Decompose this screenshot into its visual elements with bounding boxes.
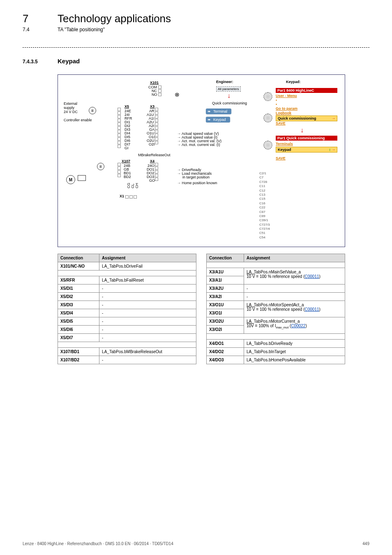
code-item: C12 [259,189,270,193]
gear-icon [263,141,272,150]
terminal-icon [118,134,121,137]
code-list: C2/1 C7 C728 C11 C12 C13 C15 C16 C22 C87… [259,171,270,240]
keypad-pill-text: Keypad [213,118,226,122]
code-item: C54 [259,236,270,240]
x4-label: X4 [150,159,154,163]
cell-connection: X5/DI4 [58,309,99,317]
terminal-icon [155,137,158,141]
kp-save: SAVE [276,121,286,125]
section-title: TA "Table positioning" [58,27,105,32]
sig-home-pos: → Home position known [177,181,217,185]
terminal-icon [118,108,121,111]
equals-node-icon: = [89,107,96,114]
x101-label: X101 [150,81,159,85]
cell-connection: X107/BD1 [58,348,99,356]
cell-connection: X3/O1U [207,301,244,309]
terminal-icon [129,195,133,199]
terminal-icon [134,195,137,199]
mbrake-release-out: MBrakeReleaseOut [138,153,171,157]
code-item: C51 [259,231,270,235]
terminal-icon [155,130,158,133]
engineer-label: Engineer: [216,80,233,84]
kp-keypad-highlight: Keypad→↕ [276,147,337,153]
cell-assignment: - [244,284,345,293]
table-row: X5/DI5- [58,317,196,326]
subsection-heading-line: 7.4.3.5 Keypad [23,58,369,65]
cell-connection: X5/DI2 [58,293,99,301]
sig-in-target: in target position [182,175,210,179]
terminal-icon [118,174,121,177]
cell-assignment: - [99,334,196,342]
dashed-separator [23,47,369,48]
x3-label: X3 [150,104,154,109]
cell-assignment: LA_TabPos.nMotorCurrent_a10V = 100% of I… [244,317,345,334]
cell-connection: X4/DO1 [207,340,244,348]
section-num: 7.4 [23,27,58,32]
table-row: X107/BD1LA_TabPos.bMBrakeReleaseOut [58,348,196,356]
terminal-icon [118,170,121,173]
subsection-title: Keypad [58,58,80,65]
code-item: C16 [259,201,270,206]
cell-connection: X5/DI5 [58,317,99,326]
terminal-icon [118,141,121,144]
terminal-icon [118,130,121,133]
equals-node-icon: = [97,163,104,170]
all-parameters-box: All parameters [216,86,241,92]
terminal-pill: ➠Terminal [206,109,231,114]
table-row: X5/DI1- [58,284,196,293]
assignment-tables: Connection Assignment X101/NC-NOLA_TabPo… [58,254,345,364]
cell-assignment: LA_TabPos.bDriveFail [99,262,196,271]
keypad-pill: ➠Keypad [206,117,230,123]
terminal-icon [118,123,121,126]
motor-icon: M [66,175,75,184]
external-supply-label: External supply 24 V DC [64,102,78,114]
cell-connection: X5/DI7 [58,334,99,342]
sig-text: Act. mot. current val. (I) [182,143,220,147]
sig-mot-current-i: → Act. mot. current val. (I) [177,143,220,147]
terminal-icon [155,119,158,122]
cell-connection: X5/DI6 [58,326,99,334]
kp-goto-param: Go to param [276,106,297,111]
cell-connection: X3/A1U [207,268,244,276]
terminal-icon [118,145,121,148]
terminal-icon [118,126,121,130]
page-footer: Lenze · 8400 HighLine · Referenzhandbuch… [23,541,369,546]
kp-user-menu: User - Menu [276,94,297,98]
cell-connection: X5/DI1 [58,284,99,293]
terminal-icon [158,93,161,96]
code-item: C87 [259,210,270,214]
cell-connection: X4/DO3 [207,356,244,364]
left-connection-table: Connection Assignment X101/NC-NOLA_TabPo… [58,254,196,364]
wiring-diagram: Engineer: Keypad: All parameters ↓ Quick… [58,74,345,247]
terminal-icon [155,141,158,144]
table-row: X5/DI4- [58,309,196,317]
cell-connection: X3/O2U [207,317,244,326]
table-row [58,342,196,348]
terminal-icon [118,166,121,170]
kp-logbook: Logbook [276,111,291,115]
gear-icon [263,113,272,123]
kp-quick-commissioning: Quick commissioning→ [276,116,337,121]
table-row: X4/DO3LA_TabPos.bHomePosAvailable [207,356,345,364]
kp-par1-quick: Par1 Quick commissioning [276,136,337,141]
code-item: C89 [259,214,270,218]
chapter-heading: 7 Technology applications [23,12,369,25]
x5-gi: GI [125,146,129,150]
table-row: X3/A1ULA_TabPos.nMainSetValue_a10 V = 10… [207,268,345,276]
arrow-down-icon: ↓ [227,92,231,99]
code-item: C7 [259,176,270,180]
cell-connection: X107/BD2 [58,356,99,364]
gear-icon [263,92,272,101]
terminal-icon [158,86,161,89]
x3-o2i: O2I [149,142,155,146]
terminal-icon [155,108,158,111]
cell-assignment: - [99,356,196,364]
x107-label: X107 [122,159,130,163]
x1-cg: CG [127,183,131,189]
cell-connection: X5/DI3 [58,301,99,309]
cell-assignment: - [244,293,345,301]
x107-bd2: BD2 [124,175,131,179]
cell-assignment: LA_TabPos.nMainSetValue_a10 V = 100 % re… [244,268,345,284]
terminal-icon [155,178,158,181]
cell-assignment: - [99,317,196,326]
